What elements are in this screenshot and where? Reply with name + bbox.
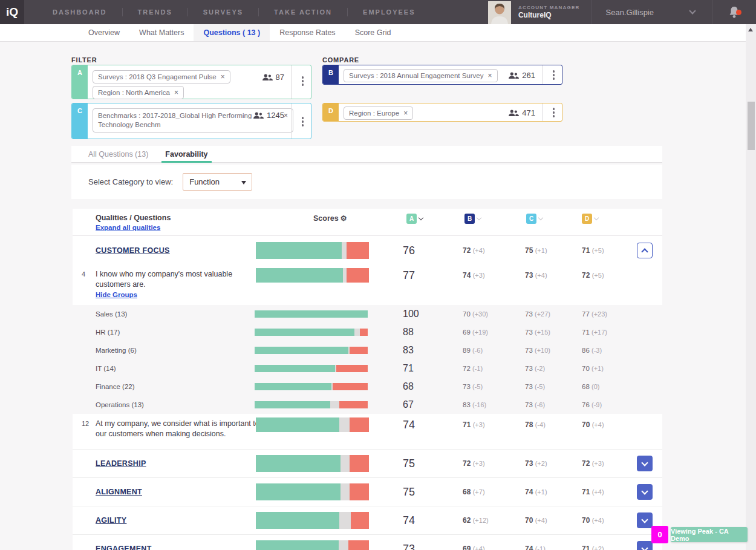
group-b-badge: B: [323, 65, 339, 84]
nav-item-dashboard[interactable]: DASHBOARD: [37, 8, 122, 16]
group-b-menu-button[interactable]: [553, 70, 555, 80]
chevron-down-icon: [594, 215, 599, 220]
quality-link[interactable]: ENGAGEMENT: [96, 545, 152, 550]
remove-chip-icon[interactable]: ×: [487, 71, 492, 80]
score-b: 74 (+3): [463, 271, 485, 280]
favorable-segment: [255, 329, 354, 336]
people-icon: [509, 110, 519, 117]
column-c-header[interactable]: C: [526, 214, 543, 224]
account-info: ACCOUNT MANAGER CultureIQ: [518, 5, 580, 19]
expand-quality-button[interactable]: [637, 541, 653, 550]
score-b: 70 (+30): [463, 310, 488, 318]
favorable-segment: [256, 242, 342, 259]
tab-questions-13[interactable]: Questions ( 13 ): [194, 24, 270, 41]
count-value: 471: [522, 108, 535, 117]
nav-item-employees[interactable]: EMPLOYEES: [348, 8, 430, 16]
quality-link[interactable]: LEADERSHIP: [96, 459, 146, 468]
expand-all-qualities-link[interactable]: Expand all qualities: [96, 224, 160, 231]
avatar[interactable]: [488, 1, 511, 24]
unfavorable-segment: [350, 483, 369, 500]
table-rows: CUSTOMER FOCUS7672 (+4)75 (+1)71 (+5)4I …: [73, 236, 662, 550]
account-company: CultureIQ: [518, 11, 580, 19]
nav-item-trends[interactable]: TRENDS: [123, 8, 187, 16]
remove-chip-icon[interactable]: ×: [221, 73, 225, 81]
expand-quality-button[interactable]: [637, 512, 653, 528]
user-name: Sean.Gillispie: [606, 8, 654, 17]
user-menu[interactable]: Sean.Gillispie: [591, 8, 712, 17]
filter-chip[interactable]: Surveys : 2018 Q3 Engagement Pulse×: [93, 70, 230, 83]
filter-chip[interactable]: Region : Europe×: [344, 106, 413, 120]
quality-link[interactable]: AGILITY: [96, 516, 126, 525]
count-value: 261: [522, 71, 535, 80]
score-d: 77 (+23): [582, 310, 607, 318]
score-c: 74 (+1): [525, 488, 547, 496]
collapse-quality-button[interactable]: [637, 243, 653, 258]
filter-chip[interactable]: Surveys : 2018 Annual Engagement Survey×: [344, 69, 498, 82]
score-c: 73 (+4): [525, 271, 547, 280]
question-row: 4I know who my company's most valuable c…: [73, 264, 662, 289]
quality-row: AGILITY7462 (+12)70 (+4)70 (+4): [73, 506, 662, 534]
favorable-segment: [255, 347, 348, 354]
favorable-segment: [256, 512, 339, 529]
score-d: 72 (+3): [582, 459, 604, 468]
score-b: 69 (+19): [463, 329, 488, 336]
unfavorable-segment: [347, 268, 369, 283]
quality-link[interactable]: ALIGNMENT: [96, 488, 142, 496]
favorable-segment: [255, 401, 330, 408]
group-row: HR (17)8869 (+19)73 (+15)71 (+17): [73, 323, 662, 341]
notifications-button[interactable]: [712, 5, 756, 19]
category-select[interactable]: Function: [183, 173, 252, 191]
hide-groups-link[interactable]: Hide Groups: [96, 291, 137, 298]
nav-item-take-action[interactable]: TAKE ACTION: [259, 8, 347, 16]
respondent-count: 471: [509, 108, 535, 117]
floating-counter-badge[interactable]: 0: [651, 526, 668, 543]
chip-label: Region : North America: [98, 89, 170, 96]
scroll-up-arrow-icon[interactable]: [748, 28, 753, 31]
group-c-menu-button[interactable]: [302, 117, 304, 126]
chevron-down-icon: [641, 488, 648, 494]
tab-response-rates[interactable]: Response Rates: [270, 24, 345, 41]
group-a-badge: A: [406, 214, 417, 224]
neutral-segment: [341, 455, 350, 472]
gear-icon[interactable]: ⚙: [341, 214, 347, 223]
remove-chip-icon[interactable]: ×: [284, 111, 288, 121]
chevron-down-icon: [477, 215, 481, 220]
score-d: 76 (-9): [582, 401, 602, 408]
filter-chip[interactable]: Region : North America×: [93, 86, 184, 99]
category-panel: Select Category to view: Function: [71, 165, 662, 199]
score-b: 83 (-16): [463, 401, 486, 408]
remove-chip-icon[interactable]: ×: [174, 88, 178, 97]
tab-what-matters[interactable]: What Matters: [129, 24, 194, 41]
cultureiq-logo[interactable]: iQ: [0, 0, 24, 24]
viewing-demo-badge[interactable]: Viewing Peak - CA Demo: [671, 527, 748, 542]
scrollbar-thumb[interactable]: [748, 102, 755, 150]
score-c: 73 (-2): [525, 365, 545, 372]
column-d-header[interactable]: D: [582, 214, 598, 224]
expand-quality-button[interactable]: [637, 456, 653, 471]
expand-quality-button[interactable]: [637, 484, 653, 500]
score-a: 76: [403, 244, 415, 257]
page-tabs: OverviewWhat MattersQuestions ( 13 )Resp…: [0, 24, 746, 42]
column-b-header[interactable]: B: [464, 214, 481, 224]
score-c: 73 (+2): [525, 459, 547, 468]
tab-favorability[interactable]: Favorability: [157, 146, 216, 162]
tab-overview[interactable]: Overview: [79, 24, 129, 41]
tab-all-questions[interactable]: All Questions (13): [80, 146, 157, 162]
quality-link[interactable]: CUSTOMER FOCUS: [96, 246, 170, 255]
group-d-menu-button[interactable]: [553, 108, 555, 117]
navbar-right: ACCOUNT MANAGER CultureIQ Sean.Gillispie: [488, 0, 756, 24]
favorability-bar: [255, 310, 368, 318]
group-a-menu-button[interactable]: [302, 76, 304, 86]
score-a: 77: [403, 269, 415, 282]
nav-item-surveys[interactable]: SURVEYS: [188, 8, 258, 16]
main-nav: DASHBOARDTRENDSSURVEYSTAKE ACTIONEMPLOYE…: [37, 0, 431, 24]
remove-chip-icon[interactable]: ×: [403, 109, 408, 117]
vertical-scrollbar[interactable]: [746, 24, 756, 550]
neutral-segment: [330, 401, 339, 408]
tab-score-grid[interactable]: Score Grid: [345, 24, 401, 41]
group-d-badge: D: [582, 214, 592, 224]
count-value: 87: [276, 73, 284, 82]
score-b: 72 (+4): [463, 246, 485, 255]
column-a-header[interactable]: A: [406, 214, 423, 224]
group-label: Marketing (6): [96, 347, 137, 354]
